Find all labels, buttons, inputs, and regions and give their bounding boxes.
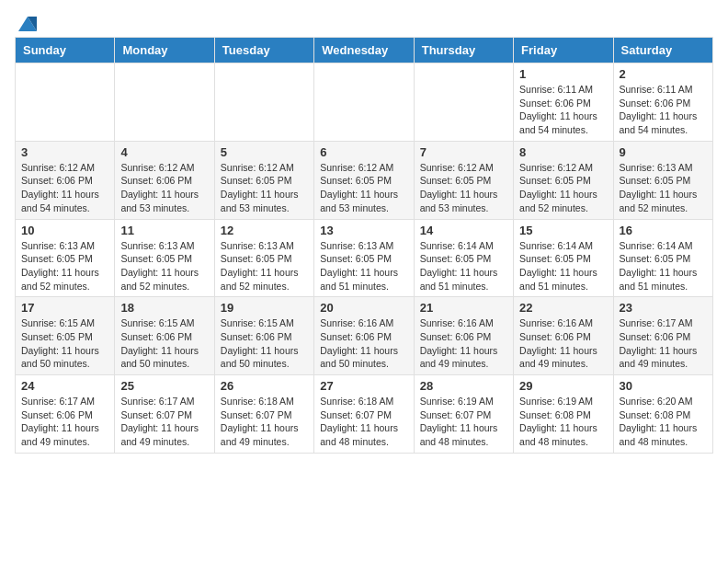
day-info: Sunrise: 6:12 AM Sunset: 6:05 PM Dayligh…: [320, 161, 407, 215]
day-info: Sunrise: 6:20 AM Sunset: 6:08 PM Dayligh…: [620, 395, 707, 449]
day-number: 2: [620, 67, 707, 81]
day-info: Sunrise: 6:13 AM Sunset: 6:05 PM Dayligh…: [21, 239, 108, 293]
day-number: 22: [519, 301, 607, 315]
calendar-week-row: 10Sunrise: 6:13 AM Sunset: 6:05 PM Dayli…: [16, 219, 713, 297]
day-of-week-header: Thursday: [414, 38, 513, 63]
day-number: 27: [320, 379, 407, 393]
calendar-cell: 22Sunrise: 6:16 AM Sunset: 6:06 PM Dayli…: [514, 297, 613, 375]
day-number: 28: [420, 379, 507, 393]
day-number: 16: [620, 224, 707, 237]
day-info: Sunrise: 6:19 AM Sunset: 6:07 PM Dayligh…: [420, 395, 507, 449]
day-info: Sunrise: 6:15 AM Sunset: 6:06 PM Dayligh…: [120, 316, 208, 371]
calendar-header-row: SundayMondayTuesdayWednesdayThursdayFrid…: [16, 38, 713, 63]
day-of-week-header: Tuesday: [214, 38, 313, 63]
calendar-cell: 9Sunrise: 6:13 AM Sunset: 6:05 PM Daylig…: [613, 141, 712, 219]
day-of-week-header: Wednesday: [314, 38, 414, 63]
day-info: Sunrise: 6:12 AM Sunset: 6:06 PM Dayligh…: [120, 161, 208, 215]
logo-icon: [17, 15, 39, 33]
day-number: 30: [620, 379, 707, 393]
day-number: 5: [221, 145, 308, 159]
day-info: Sunrise: 6:12 AM Sunset: 6:06 PM Dayligh…: [21, 161, 108, 215]
calendar-table: SundayMondayTuesdayWednesdayThursdayFrid…: [15, 37, 713, 454]
day-info: Sunrise: 6:13 AM Sunset: 6:05 PM Dayligh…: [221, 239, 308, 293]
day-number: 29: [519, 379, 607, 393]
day-info: Sunrise: 6:11 AM Sunset: 6:06 PM Dayligh…: [620, 83, 707, 137]
calendar-cell: 11Sunrise: 6:13 AM Sunset: 6:05 PM Dayli…: [115, 219, 214, 297]
calendar-cell: 5Sunrise: 6:12 AM Sunset: 6:05 PM Daylig…: [214, 141, 313, 219]
day-info: Sunrise: 6:12 AM Sunset: 6:05 PM Dayligh…: [221, 161, 308, 215]
day-info: Sunrise: 6:14 AM Sunset: 6:05 PM Dayligh…: [420, 239, 507, 293]
day-info: Sunrise: 6:14 AM Sunset: 6:05 PM Dayligh…: [620, 239, 707, 293]
day-info: Sunrise: 6:18 AM Sunset: 6:07 PM Dayligh…: [221, 395, 308, 449]
calendar-cell: 1Sunrise: 6:11 AM Sunset: 6:06 PM Daylig…: [514, 63, 613, 142]
page-header: [15, 15, 713, 29]
day-number: 20: [320, 301, 407, 315]
day-info: Sunrise: 6:17 AM Sunset: 6:06 PM Dayligh…: [620, 316, 707, 371]
day-number: 10: [21, 224, 108, 237]
calendar-cell: 21Sunrise: 6:16 AM Sunset: 6:06 PM Dayli…: [414, 297, 513, 375]
calendar-cell: 14Sunrise: 6:14 AM Sunset: 6:05 PM Dayli…: [414, 219, 513, 297]
day-info: Sunrise: 6:17 AM Sunset: 6:07 PM Dayligh…: [120, 395, 208, 449]
calendar-week-row: 24Sunrise: 6:17 AM Sunset: 6:06 PM Dayli…: [16, 375, 713, 454]
calendar-cell: 28Sunrise: 6:19 AM Sunset: 6:07 PM Dayli…: [414, 375, 513, 454]
day-number: 23: [620, 301, 707, 315]
calendar-cell: 8Sunrise: 6:12 AM Sunset: 6:05 PM Daylig…: [514, 141, 613, 219]
calendar-cell: 12Sunrise: 6:13 AM Sunset: 6:05 PM Dayli…: [214, 219, 313, 297]
day-info: Sunrise: 6:16 AM Sunset: 6:06 PM Dayligh…: [320, 316, 407, 371]
calendar-week-row: 1Sunrise: 6:11 AM Sunset: 6:06 PM Daylig…: [16, 63, 713, 142]
day-of-week-header: Saturday: [613, 38, 712, 63]
day-number: 1: [519, 67, 607, 81]
day-number: 4: [120, 145, 208, 159]
calendar-cell: 16Sunrise: 6:14 AM Sunset: 6:05 PM Dayli…: [613, 219, 712, 297]
day-info: Sunrise: 6:15 AM Sunset: 6:05 PM Dayligh…: [21, 316, 108, 371]
day-number: 9: [620, 145, 707, 159]
calendar-cell: 13Sunrise: 6:13 AM Sunset: 6:05 PM Dayli…: [314, 219, 414, 297]
day-info: Sunrise: 6:14 AM Sunset: 6:05 PM Dayligh…: [519, 239, 607, 293]
calendar-week-row: 17Sunrise: 6:15 AM Sunset: 6:05 PM Dayli…: [16, 297, 713, 375]
day-of-week-header: Monday: [115, 38, 214, 63]
day-number: 8: [519, 145, 607, 159]
day-info: Sunrise: 6:12 AM Sunset: 6:05 PM Dayligh…: [519, 161, 607, 215]
calendar-cell: 27Sunrise: 6:18 AM Sunset: 6:07 PM Dayli…: [314, 375, 414, 454]
day-number: 15: [519, 224, 607, 237]
day-number: 21: [420, 301, 507, 315]
day-number: 17: [21, 301, 108, 315]
day-number: 13: [320, 224, 407, 237]
calendar-cell: [414, 63, 513, 142]
calendar-cell: 17Sunrise: 6:15 AM Sunset: 6:05 PM Dayli…: [16, 297, 115, 375]
day-info: Sunrise: 6:18 AM Sunset: 6:07 PM Dayligh…: [320, 395, 407, 449]
calendar-cell: 30Sunrise: 6:20 AM Sunset: 6:08 PM Dayli…: [613, 375, 712, 454]
day-info: Sunrise: 6:11 AM Sunset: 6:06 PM Dayligh…: [519, 83, 607, 137]
day-number: 11: [120, 224, 208, 237]
calendar-cell: [314, 63, 414, 142]
calendar-cell: 3Sunrise: 6:12 AM Sunset: 6:06 PM Daylig…: [16, 141, 115, 219]
calendar-cell: 25Sunrise: 6:17 AM Sunset: 6:07 PM Dayli…: [115, 375, 214, 454]
day-number: 24: [21, 379, 108, 393]
calendar-cell: 26Sunrise: 6:18 AM Sunset: 6:07 PM Dayli…: [214, 375, 313, 454]
calendar-cell: 4Sunrise: 6:12 AM Sunset: 6:06 PM Daylig…: [115, 141, 214, 219]
day-info: Sunrise: 6:13 AM Sunset: 6:05 PM Dayligh…: [320, 239, 407, 293]
day-number: 7: [420, 145, 507, 159]
day-of-week-header: Friday: [514, 38, 613, 63]
calendar-week-row: 3Sunrise: 6:12 AM Sunset: 6:06 PM Daylig…: [16, 141, 713, 219]
calendar-cell: 29Sunrise: 6:19 AM Sunset: 6:08 PM Dayli…: [514, 375, 613, 454]
calendar-cell: 7Sunrise: 6:12 AM Sunset: 6:05 PM Daylig…: [414, 141, 513, 219]
calendar-cell: 19Sunrise: 6:15 AM Sunset: 6:06 PM Dayli…: [214, 297, 313, 375]
day-number: 12: [221, 224, 308, 237]
calendar-cell: 23Sunrise: 6:17 AM Sunset: 6:06 PM Dayli…: [613, 297, 712, 375]
day-number: 18: [120, 301, 208, 315]
day-info: Sunrise: 6:13 AM Sunset: 6:05 PM Dayligh…: [620, 161, 707, 215]
calendar-cell: [115, 63, 214, 142]
day-number: 26: [221, 379, 308, 393]
calendar-cell: 20Sunrise: 6:16 AM Sunset: 6:06 PM Dayli…: [314, 297, 414, 375]
calendar-cell: 18Sunrise: 6:15 AM Sunset: 6:06 PM Dayli…: [115, 297, 214, 375]
day-number: 14: [420, 224, 507, 237]
calendar-cell: 2Sunrise: 6:11 AM Sunset: 6:06 PM Daylig…: [613, 63, 712, 142]
calendar-cell: 15Sunrise: 6:14 AM Sunset: 6:05 PM Dayli…: [514, 219, 613, 297]
day-info: Sunrise: 6:16 AM Sunset: 6:06 PM Dayligh…: [420, 316, 507, 371]
day-info: Sunrise: 6:13 AM Sunset: 6:05 PM Dayligh…: [120, 239, 208, 293]
day-number: 6: [320, 145, 407, 159]
day-of-week-header: Sunday: [16, 38, 115, 63]
day-number: 25: [120, 379, 208, 393]
day-info: Sunrise: 6:15 AM Sunset: 6:06 PM Dayligh…: [221, 316, 308, 371]
